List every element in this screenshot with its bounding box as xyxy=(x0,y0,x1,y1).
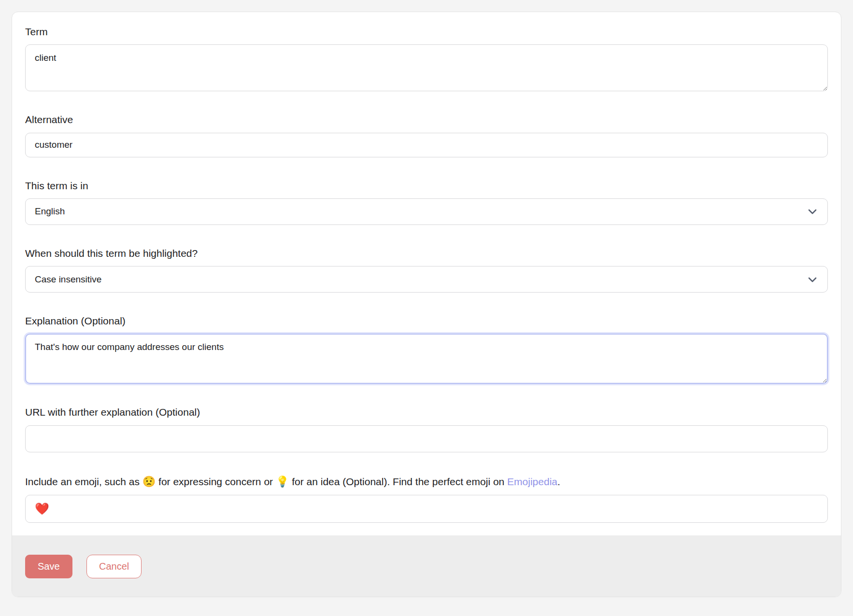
emoji-instructions-part2: for expressing concern or xyxy=(156,476,276,487)
field-url: URL with further explanation (Optional) xyxy=(25,406,828,452)
term-form: Term client Alternative This term is in … xyxy=(12,12,841,535)
url-label: URL with further explanation (Optional) xyxy=(25,406,828,419)
save-button[interactable]: Save xyxy=(25,555,72,578)
field-explanation: Explanation (Optional) That's how our co… xyxy=(25,315,828,384)
worried-face-emoji-icon: 😟 xyxy=(142,476,156,488)
alternative-label: Alternative xyxy=(25,113,828,126)
language-selected-value: English xyxy=(35,206,65,217)
field-highlight: When should this term be highlighted? Ca… xyxy=(25,247,828,293)
chevron-down-icon xyxy=(807,206,818,217)
term-editor-card: Term client Alternative This term is in … xyxy=(12,12,841,597)
chevron-down-icon xyxy=(807,274,818,285)
lightbulb-emoji-icon: 💡 xyxy=(276,476,289,488)
form-footer: Save Cancel xyxy=(12,535,841,597)
term-textarea[interactable]: client xyxy=(25,44,828,91)
highlight-select[interactable]: Case insensitive xyxy=(25,266,828,293)
emoji-instructions-part1: Include an emoji, such as xyxy=(25,476,142,487)
emoji-instructions: Include an emoji, such as 😟 for expressi… xyxy=(25,475,828,489)
cancel-button[interactable]: Cancel xyxy=(86,555,142,578)
highlight-selected-value: Case insensitive xyxy=(35,274,101,285)
emoji-instructions-part3: for an idea (Optional). Find the perfect… xyxy=(289,476,507,487)
emojipedia-link[interactable]: Emojipedia xyxy=(507,476,557,487)
highlight-label: When should this term be highlighted? xyxy=(25,247,828,260)
field-language: This term is in English xyxy=(25,180,828,225)
language-label: This term is in xyxy=(25,180,828,192)
emoji-instructions-part4: . xyxy=(557,476,560,487)
field-emoji: Include an emoji, such as 😟 for expressi… xyxy=(25,475,828,523)
alternative-input[interactable] xyxy=(25,133,828,157)
explanation-label: Explanation (Optional) xyxy=(25,315,828,327)
explanation-textarea[interactable]: That's how our company addresses our cli… xyxy=(25,334,828,384)
term-label: Term xyxy=(25,26,828,38)
field-alternative: Alternative xyxy=(25,113,828,157)
url-input[interactable] xyxy=(25,425,828,452)
emoji-input[interactable] xyxy=(25,495,828,523)
language-select[interactable]: English xyxy=(25,198,828,225)
field-term: Term client xyxy=(25,26,828,91)
